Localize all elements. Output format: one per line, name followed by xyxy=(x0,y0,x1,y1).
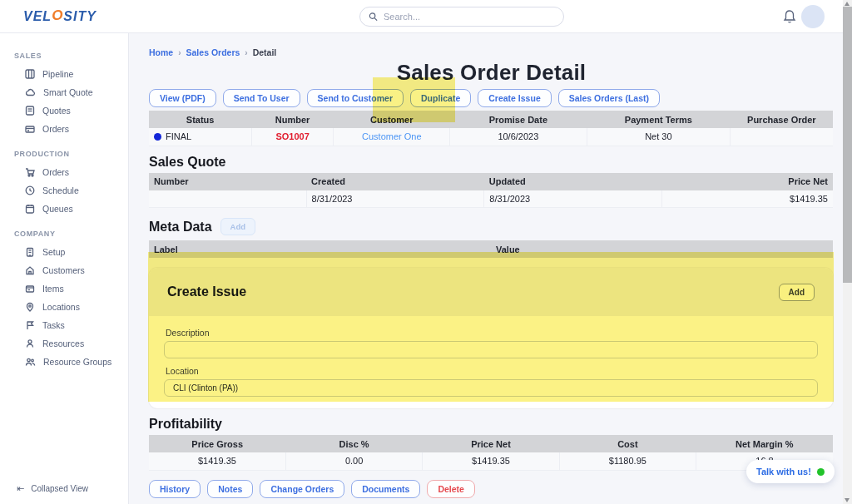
order-row: FINAL SO1007 Customer One 10/6/2023 Net … xyxy=(149,128,833,146)
sidebar-item-sales-orders[interactable]: Orders xyxy=(0,120,128,138)
sidebar-section-sales: SALES xyxy=(0,52,128,65)
meta-data-heading: Meta Data xyxy=(149,220,212,235)
notes-button[interactable]: Notes xyxy=(207,480,253,498)
sales-quote-row: 8/31/2023 8/31/2023 $1419.35 xyxy=(149,190,833,208)
history-button[interactable]: History xyxy=(149,480,201,498)
col-sq-price-net: Price Net xyxy=(661,173,833,190)
notification-bell-icon[interactable] xyxy=(783,9,796,24)
scrollbar-thumb[interactable] xyxy=(843,7,852,283)
cloud-icon xyxy=(25,87,36,97)
payment-terms-cell: Net 30 xyxy=(587,128,731,146)
flag-icon xyxy=(25,320,35,330)
sidebar-item-label: Locations xyxy=(42,302,80,312)
status-dot-icon xyxy=(154,133,161,141)
status-cell: FINAL xyxy=(149,128,251,146)
people-icon xyxy=(25,357,36,367)
sidebar-item-pipeline[interactable]: Pipeline xyxy=(0,65,128,83)
create-issue-panel-header: Create Issue Add xyxy=(149,268,833,316)
calendar-icon xyxy=(25,204,35,214)
change-orders-button[interactable]: Change Orders xyxy=(260,480,344,498)
velosity-logo: VELOSITY xyxy=(23,8,97,25)
sidebar-item-schedule[interactable]: Schedule xyxy=(0,181,128,200)
sidebar-item-queues[interactable]: Queues xyxy=(0,200,128,218)
sidebar-item-label: Queues xyxy=(42,204,73,214)
purchase-order-cell xyxy=(731,128,833,146)
col-sq-number: Number xyxy=(149,173,306,190)
send-to-user-button[interactable]: Send To User xyxy=(223,89,300,107)
sidebar-section-production: PRODUCTION xyxy=(0,150,128,163)
user-avatar[interactable] xyxy=(801,5,825,28)
col-sq-updated: Updated xyxy=(484,173,662,190)
meta-data-add-button[interactable]: Add xyxy=(220,218,255,235)
search-input[interactable] xyxy=(384,12,555,22)
sidebar-item-label: Customers xyxy=(42,265,85,275)
col-customer: Customer xyxy=(334,111,450,128)
description-label: Description xyxy=(166,328,818,338)
sidebar-item-resource-groups[interactable]: Resource Groups xyxy=(0,353,128,371)
sidebar-item-quotes[interactable]: Quotes xyxy=(0,101,128,120)
page-title: Sales Order Detail xyxy=(149,60,834,86)
sidebar-item-setup[interactable]: Setup xyxy=(0,243,128,261)
col-price-net: Price Net xyxy=(423,435,559,452)
create-issue-panel: Create Issue Add Description Location CL… xyxy=(149,268,833,408)
profitability-heading: Profitability xyxy=(149,417,834,432)
collapse-label: Collapsed View xyxy=(31,484,88,493)
online-status-dot-icon xyxy=(817,468,825,476)
sidebar-item-tasks[interactable]: Tasks xyxy=(0,316,128,334)
building-icon xyxy=(25,247,35,257)
breadcrumb-current: Detail xyxy=(253,47,277,57)
collapse-sidebar-button[interactable]: ⇤ Collapsed View xyxy=(0,483,128,494)
view-pdf-button[interactable]: View (PDF) xyxy=(149,89,216,107)
sales-orders-last-button[interactable]: Sales Orders (Last) xyxy=(558,89,660,107)
scroll-down-icon[interactable] xyxy=(845,498,850,502)
promise-date-cell: 10/6/2023 xyxy=(450,128,587,146)
col-net-margin: Net Margin % xyxy=(696,435,833,452)
col-price-gross: Price Gross xyxy=(149,435,285,452)
col-number: Number xyxy=(251,111,334,128)
col-cost: Cost xyxy=(559,435,696,452)
delete-button[interactable]: Delete xyxy=(427,480,475,498)
footer-button-row: History Notes Change Orders Documents De… xyxy=(149,480,834,498)
sidebar-item-locations[interactable]: Locations xyxy=(0,298,128,316)
create-issue-heading: Create Issue xyxy=(167,284,246,299)
customer-cell: Customer One xyxy=(334,128,450,146)
col-status: Status xyxy=(149,111,251,128)
chat-widget-button[interactable]: Talk with us! xyxy=(746,460,835,483)
clock-icon xyxy=(25,185,35,195)
sq-price-net-cell: $1419.35 xyxy=(661,190,833,208)
sidebar-section-company: COMPANY xyxy=(0,230,128,243)
create-issue-button[interactable]: Create Issue xyxy=(478,89,551,107)
page-scrollbar[interactable] xyxy=(843,0,852,504)
top-bar: VELOSITY xyxy=(0,0,852,33)
price-net-cell: $1419.35 xyxy=(423,452,559,470)
create-issue-add-button[interactable]: Add xyxy=(779,284,815,301)
order-number-cell: SO1007 xyxy=(251,128,334,146)
sidebar-item-customers[interactable]: Customers xyxy=(0,261,128,279)
customer-link[interactable]: Customer One xyxy=(362,131,422,141)
sidebar-item-label: Tasks xyxy=(42,320,65,330)
col-sq-created: Created xyxy=(306,173,484,190)
send-to-customer-button[interactable]: Send to Customer xyxy=(307,89,404,107)
location-select[interactable]: CLI (Clinton (PA)) xyxy=(164,379,818,397)
create-issue-panel-body: Description Location CLI (Clinton (PA)) xyxy=(149,316,833,408)
logo-o-swirl-icon: O xyxy=(52,7,63,23)
sidebar-item-production-orders[interactable]: Orders xyxy=(0,163,128,181)
main-content: Home › Sales Orders › Detail Sales Order… xyxy=(129,33,843,504)
breadcrumb-home[interactable]: Home xyxy=(149,47,173,57)
scroll-up-icon[interactable] xyxy=(845,2,850,6)
description-input[interactable] xyxy=(164,341,818,358)
breadcrumb-sales-orders[interactable]: Sales Orders xyxy=(186,47,240,57)
sidebar-item-resources[interactable]: Resources xyxy=(0,334,128,353)
chevron-right-icon: › xyxy=(245,48,247,57)
documents-button[interactable]: Documents xyxy=(351,480,420,498)
items-icon xyxy=(25,284,35,294)
duplicate-button[interactable]: Duplicate xyxy=(410,89,471,107)
person-icon xyxy=(25,338,35,348)
pin-icon xyxy=(25,302,35,312)
sidebar-item-items[interactable]: Items xyxy=(0,279,128,298)
profitability-table: Price Gross Disc % Price Net Cost Net Ma… xyxy=(149,435,833,471)
search-icon xyxy=(369,12,378,22)
chat-label: Talk with us! xyxy=(756,467,811,477)
sidebar-item-smart-quote[interactable]: Smart Quote xyxy=(0,83,128,101)
col-promise-date: Promise Date xyxy=(450,111,587,128)
